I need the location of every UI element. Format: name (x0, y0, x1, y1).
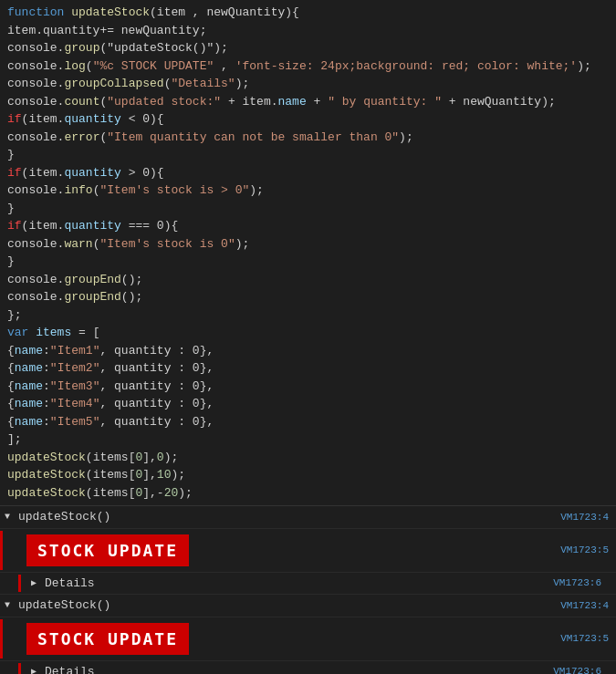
details-label: Details (41, 663, 553, 675)
code-line: {name:"Item1", quantity : 0}, (0, 342, 616, 360)
console-output: updateStock() VM1723:4 STOCK UPDATE VM17… (0, 506, 616, 674)
console-border-bar (0, 531, 3, 570)
console-banner-row: STOCK UPDATE VM1723:5 (0, 529, 616, 573)
code-line: console.group("updateStock()"); (0, 39, 616, 57)
code-line: } (0, 146, 616, 164)
code-line: if(item.quantity === 0){ (0, 217, 616, 235)
console-link-title[interactable]: VM1723:4 (560, 598, 609, 614)
console-details-row[interactable]: Details VM1723:6 (0, 573, 616, 596)
code-line: console.groupEnd(); (0, 271, 616, 289)
console-group-title[interactable]: updateStock() VM1723:4 (0, 506, 616, 529)
code-line: console.log("%c STOCK UPDATE" , 'font-si… (0, 57, 616, 76)
console-banner-row: STOCK UPDATE VM1723:5 (0, 617, 616, 661)
code-line: var items = [ (0, 324, 616, 342)
console-group-label: updateStock() (15, 596, 560, 615)
console-details-border (18, 575, 21, 593)
expand-arrow[interactable] (0, 510, 15, 524)
stock-update-banner: STOCK UPDATE (26, 623, 189, 655)
code-line: console.info("Item's stock is > 0"); (0, 181, 616, 200)
console-border-bar (0, 619, 3, 658)
console-link-banner[interactable]: VM1723:5 (560, 543, 609, 558)
code-line: } (0, 253, 616, 271)
code-editor: function updateStock(item , newQuantity)… (0, 0, 616, 506)
code-line: ]; (0, 430, 616, 449)
details-expand-arrow[interactable] (26, 664, 41, 674)
code-line: console.groupEnd(); (0, 288, 616, 306)
details-expand-arrow[interactable] (26, 575, 41, 590)
code-line: } (0, 200, 616, 218)
expand-arrow[interactable] (0, 598, 15, 613)
console-link-details[interactable]: VM1723:6 (553, 575, 601, 591)
code-line: updateStock(items[0],0); (0, 449, 616, 467)
console-link-banner[interactable]: VM1723:5 (560, 631, 609, 647)
console-link-title[interactable]: VM1723:4 (560, 510, 609, 525)
console-details-row[interactable]: Details VM1723:6 (0, 661, 616, 675)
code-line: {name:"Item5", quantity : 0}, (0, 413, 616, 431)
stock-update-banner: STOCK UPDATE (26, 534, 189, 566)
code-line: updateStock(items[0],-20); (0, 484, 616, 503)
code-line: if(item.quantity > 0){ (0, 164, 616, 182)
code-line: {name:"Item3", quantity : 0}, (0, 378, 616, 396)
code-line: console.groupCollapsed("Details"); (0, 75, 616, 93)
console-link-details[interactable]: VM1723:6 (553, 664, 601, 674)
code-line: updateStock(items[0],10); (0, 466, 616, 484)
code-line: function updateStock(item , newQuantity)… (0, 4, 616, 22)
code-line: item.quantity+= newQuantity; (0, 22, 616, 40)
code-line: {name:"Item4", quantity : 0}, (0, 395, 616, 413)
console-group-title[interactable]: updateStock() VM1723:4 (0, 595, 616, 617)
code-line: if(item.quantity < 0){ (0, 110, 616, 129)
code-line: console.error("Item quantity can not be … (0, 129, 616, 147)
code-line: }; (0, 306, 616, 325)
code-line: console.count("updated stock:" + item.na… (0, 93, 616, 111)
console-details-border (18, 663, 21, 675)
console-group-label: updateStock() (15, 508, 560, 526)
details-label: Details (41, 575, 553, 593)
code-line: console.warn("Item's stock is 0"); (0, 235, 616, 254)
code-line: {name:"Item2", quantity : 0}, (0, 359, 616, 378)
